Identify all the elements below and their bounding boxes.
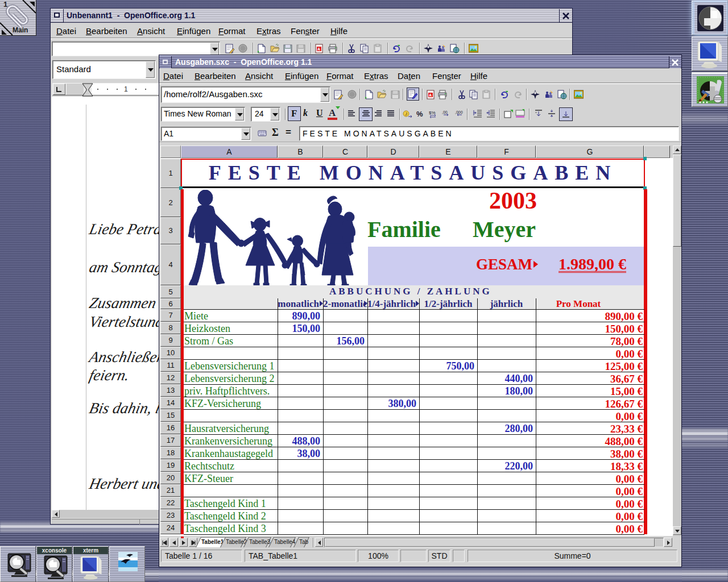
svg-text:A: A <box>429 93 432 97</box>
svg-text:,00: ,00 <box>442 110 448 114</box>
svg-text:J: J <box>405 111 407 117</box>
svg-text:A: A <box>317 47 320 51</box>
svg-text:%: % <box>416 110 423 118</box>
svg-text:$%: $% <box>429 110 436 115</box>
svg-text:,000: ,000 <box>455 110 463 114</box>
